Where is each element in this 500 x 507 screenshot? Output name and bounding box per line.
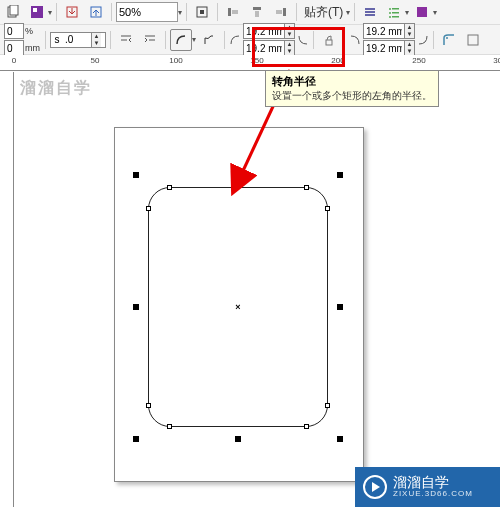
watermark-text: 溜溜自学 <box>20 78 92 99</box>
outline-width-field[interactable]: s ▲▼ <box>50 32 106 48</box>
selection-handle-sw[interactable] <box>133 436 139 442</box>
svg-rect-10 <box>253 7 261 10</box>
corner-radius-tr-input[interactable] <box>364 24 404 38</box>
snap-menu-label[interactable]: 贴齐(T) <box>301 4 346 21</box>
separator <box>165 31 166 49</box>
ruler-tick-label: 100 <box>169 56 182 65</box>
svg-rect-7 <box>200 10 204 14</box>
svg-rect-23 <box>417 7 427 17</box>
wrap-left-button[interactable] <box>115 29 137 51</box>
corner-node[interactable] <box>167 424 172 429</box>
zoom-select[interactable] <box>116 2 178 22</box>
x-field[interactable] <box>4 23 24 39</box>
selection-handle-w[interactable] <box>133 304 139 310</box>
corner-radius-tr-field[interactable]: ▲▼ <box>363 23 415 39</box>
dropdown-arrow-icon: ▾ <box>405 8 409 17</box>
corner-scallop-button[interactable] <box>198 29 220 51</box>
corner-node[interactable] <box>325 206 330 211</box>
watermark-badge: 溜溜自学 ZIXUE.3D66.COM <box>355 467 500 507</box>
selection-center-icon: × <box>235 302 240 312</box>
copy-button[interactable] <box>2 1 24 23</box>
play-icon <box>363 475 387 499</box>
corner-radius-bl-field[interactable]: ▲▼ <box>243 40 295 56</box>
svg-rect-24 <box>326 40 332 45</box>
import-button[interactable] <box>61 1 83 23</box>
fullscreen-button[interactable] <box>191 1 213 23</box>
ruler-tick-label: 0 <box>12 56 16 65</box>
corner-radius-tl-field[interactable]: ▲▼ <box>243 23 295 39</box>
corner-node[interactable] <box>146 206 151 211</box>
y-field[interactable] <box>4 40 24 56</box>
selection-handle-n[interactable] <box>235 172 241 178</box>
svg-rect-8 <box>228 8 231 16</box>
dropdown-arrow-icon: ▾ <box>48 8 52 17</box>
svg-rect-26 <box>468 35 478 45</box>
coord-group: % mm <box>2 23 41 56</box>
svg-point-25 <box>446 37 448 39</box>
svg-rect-1 <box>10 5 18 15</box>
selection-handle-ne[interactable] <box>337 172 343 178</box>
more-button[interactable] <box>462 29 484 51</box>
corner-node[interactable] <box>146 403 151 408</box>
color-button[interactable] <box>411 1 433 23</box>
corner-node[interactable] <box>304 424 309 429</box>
export-button[interactable] <box>85 1 107 23</box>
spinner-buttons[interactable]: ▲▼ <box>404 24 414 38</box>
align-left-button[interactable] <box>222 1 244 23</box>
corner-radius-br-input[interactable] <box>364 41 404 55</box>
corner-round-button[interactable] <box>170 29 192 51</box>
horizontal-ruler: 0 50 100 150 200 250 300 <box>0 55 500 71</box>
tooltip-description: 设置一个或多个矩形的左角的半径。 <box>272 89 432 103</box>
selection-handle-se[interactable] <box>337 436 343 442</box>
list-button[interactable] <box>383 1 405 23</box>
svg-point-19 <box>389 12 391 14</box>
separator <box>217 3 218 21</box>
selection-handle-s[interactable] <box>235 436 241 442</box>
separator <box>354 3 355 21</box>
canvas-area[interactable]: 溜溜自学 × <box>14 72 500 507</box>
corner-radius-tl-input[interactable] <box>244 24 284 38</box>
corner-node[interactable] <box>167 185 172 190</box>
corner-radius-br-field[interactable]: ▲▼ <box>363 40 415 56</box>
app-menu-button[interactable] <box>26 1 48 23</box>
dropdown-arrow-icon: ▾ <box>433 8 437 17</box>
selection-handle-e[interactable] <box>337 304 343 310</box>
separator <box>45 31 46 49</box>
lock-corners-button[interactable] <box>318 29 340 51</box>
separator <box>433 31 434 49</box>
svg-rect-15 <box>365 11 375 13</box>
wrap-right-button[interactable] <box>139 29 161 51</box>
selection-handle-nw[interactable] <box>133 172 139 178</box>
corner-node[interactable] <box>325 403 330 408</box>
separator <box>111 3 112 21</box>
ruler-tick-label: 150 <box>250 56 263 65</box>
toolbar-row-1: ▾ ▾ 贴齐(T) ▾ ▾ ▾ <box>0 0 500 25</box>
outline-width-input[interactable] <box>63 33 91 47</box>
spinner-buttons[interactable]: ▲▼ <box>284 41 294 55</box>
rounded-rectangle-shape[interactable]: × <box>148 187 328 427</box>
align-top-button[interactable] <box>246 1 268 23</box>
separator <box>296 3 297 21</box>
corner-node[interactable] <box>304 185 309 190</box>
relative-corner-button[interactable] <box>438 29 460 51</box>
vertical-ruler <box>0 72 14 507</box>
snap-dropdown-icon[interactable]: ▾ <box>346 8 350 17</box>
spinner-buttons[interactable]: ▲▼ <box>91 33 101 47</box>
dropdown-arrow-icon[interactable]: ▾ <box>192 35 196 44</box>
ruler-tick-label: 300 <box>493 56 500 65</box>
svg-point-17 <box>389 8 391 10</box>
zoom-dropdown-icon[interactable]: ▾ <box>178 8 182 17</box>
svg-rect-22 <box>392 16 399 18</box>
spinner-buttons[interactable]: ▲▼ <box>404 41 414 55</box>
separator <box>110 31 111 49</box>
toolbar-row-2: % mm s ▲▼ ▾ ▲▼ ▲▼ <box>0 25 500 55</box>
options-button[interactable] <box>359 1 381 23</box>
corner-radius-bl-input[interactable] <box>244 41 284 55</box>
spinner-buttons[interactable]: ▲▼ <box>284 24 294 38</box>
svg-rect-11 <box>255 11 259 17</box>
separator <box>224 31 225 49</box>
svg-point-21 <box>389 16 391 18</box>
separator <box>313 31 314 49</box>
align-right-button[interactable] <box>270 1 292 23</box>
corner-radius-left-group: ▲▼ ▲▼ <box>243 23 295 56</box>
